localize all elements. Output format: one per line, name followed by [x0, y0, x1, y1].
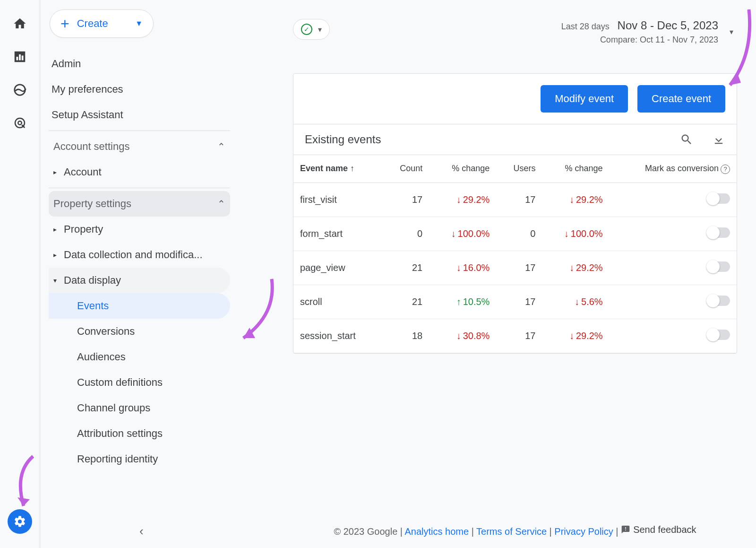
- caret-down-icon: ▾: [318, 25, 322, 34]
- feedback-label: Send feedback: [633, 524, 696, 535]
- conversion-toggle[interactable]: [707, 330, 730, 340]
- col-pct-change-2[interactable]: % change: [542, 155, 609, 183]
- footer-link-analytics[interactable]: Analytics home: [405, 526, 469, 536]
- cell-toggle: [610, 183, 737, 217]
- svg-rect-1: [19, 54, 21, 61]
- subitem-attribution-settings[interactable]: Attribution settings: [49, 421, 230, 446]
- divider: [49, 130, 230, 131]
- explore-icon[interactable]: [13, 83, 27, 97]
- date-primary: Nov 8 - Dec 5, 2023: [618, 19, 718, 32]
- cell-users: 17: [496, 251, 542, 285]
- property-settings-header[interactable]: Property settings ⌃: [49, 191, 230, 217]
- left-rail: [0, 0, 40, 548]
- property-item[interactable]: ▸ Property: [49, 217, 230, 242]
- date-compare: Compare: Oct 11 - Nov 7, 2023: [600, 35, 718, 45]
- cell-count: 17: [383, 183, 429, 217]
- cell-pct2: ↓ 5.6%: [542, 285, 609, 319]
- subitem-conversions[interactable]: Conversions: [49, 319, 230, 344]
- item-label: Account: [64, 166, 102, 178]
- cell-toggle: [610, 251, 737, 285]
- svg-point-4: [18, 121, 22, 125]
- arrow-down-icon: ↓: [569, 194, 574, 205]
- home-icon[interactable]: [13, 17, 27, 31]
- cell-pct2: ↓ 100.0%: [542, 217, 609, 251]
- account-settings-header[interactable]: Account settings ⌃: [49, 134, 230, 159]
- col-event-name[interactable]: Event name ↑: [293, 155, 383, 183]
- date-range-picker[interactable]: Last 28 days Nov 8 - Dec 5, 2023 Compare…: [561, 19, 737, 45]
- cell-pct1: ↓ 100.0%: [429, 217, 496, 251]
- arrow-down-icon: ↓: [575, 296, 579, 307]
- cell-event-name[interactable]: first_visit: [293, 183, 383, 217]
- caret-right-icon: ▸: [52, 251, 58, 259]
- subitem-reporting-identity[interactable]: Reporting identity: [49, 446, 230, 472]
- send-feedback-button[interactable]: Send feedback: [621, 524, 696, 535]
- cell-users: 17: [496, 285, 542, 319]
- nav-item-setup-assistant[interactable]: Setup Assistant: [49, 102, 230, 128]
- cell-pct1: ↑ 10.5%: [429, 285, 496, 319]
- cell-toggle: [610, 285, 737, 319]
- svg-rect-0: [17, 57, 18, 61]
- collapse-panel-button[interactable]: ‹: [139, 524, 144, 539]
- date-preset: Last 28 days: [561, 22, 610, 31]
- divider: [49, 188, 230, 188]
- create-button[interactable]: + Create ▼: [50, 9, 154, 38]
- subitem-audiences[interactable]: Audiences: [49, 344, 230, 370]
- arrow-down-icon: ↓: [569, 331, 574, 341]
- cell-event-name[interactable]: page_view: [293, 251, 383, 285]
- col-count[interactable]: Count: [383, 155, 429, 183]
- main-content: ✓ ▾ Last 28 days Nov 8 - Dec 5, 2023 Com…: [284, 0, 747, 548]
- table-row: first_visit17↓ 29.2%17↓ 29.2%: [293, 183, 737, 217]
- conversion-toggle[interactable]: [707, 261, 730, 272]
- admin-gear-button[interactable]: [8, 509, 32, 534]
- account-item[interactable]: ▸ Account: [49, 159, 230, 185]
- subitem-events[interactable]: Events: [49, 293, 230, 319]
- cell-users: 17: [496, 319, 542, 353]
- cell-pct2: ↓ 29.2%: [542, 183, 609, 217]
- section-label: Property settings: [53, 198, 131, 210]
- table-row: form_start0↓ 100.0%0↓ 100.0%: [293, 217, 737, 251]
- cell-count: 21: [383, 251, 429, 285]
- cell-toggle: [610, 319, 737, 353]
- nav-item-my-preferences[interactable]: My preferences: [49, 77, 230, 102]
- item-label: Data collection and modifica...: [64, 249, 203, 261]
- arrow-down-icon: ↓: [456, 194, 461, 205]
- cell-count: 21: [383, 285, 429, 319]
- chevron-up-icon: ⌃: [217, 141, 225, 152]
- arrow-down-icon: ↓: [564, 228, 569, 239]
- section-label: Account settings: [53, 140, 129, 153]
- data-display-item[interactable]: ▾ Data display: [49, 268, 230, 293]
- plus-icon: +: [60, 16, 69, 31]
- cell-event-name[interactable]: session_start: [293, 319, 383, 353]
- subitem-channel-groups[interactable]: Channel groups: [49, 395, 230, 421]
- data-collection-item[interactable]: ▸ Data collection and modifica...: [49, 242, 230, 268]
- footer: © 2023 Google | Analytics home | Terms o…: [284, 524, 747, 537]
- search-icon[interactable]: [680, 133, 693, 146]
- caret-right-icon: ▸: [52, 168, 58, 176]
- conversion-toggle[interactable]: [707, 227, 730, 238]
- create-label: Create: [77, 17, 108, 30]
- cell-pct1: ↓ 16.0%: [429, 251, 496, 285]
- footer-link-tos[interactable]: Terms of Service: [476, 526, 547, 536]
- check-circle-icon: ✓: [301, 24, 312, 35]
- download-icon[interactable]: [712, 133, 725, 146]
- nav-item-admin[interactable]: Admin: [49, 51, 230, 77]
- subitem-custom-definitions[interactable]: Custom definitions: [49, 370, 230, 395]
- reports-icon[interactable]: [13, 50, 27, 64]
- col-pct-change-1[interactable]: % change: [429, 155, 496, 183]
- item-label: Data display: [64, 274, 121, 287]
- create-event-button[interactable]: Create event: [637, 85, 725, 113]
- cell-event-name[interactable]: form_start: [293, 217, 383, 251]
- modify-event-button[interactable]: Modify event: [541, 85, 628, 113]
- advertising-icon[interactable]: [13, 116, 27, 130]
- cell-event-name[interactable]: scroll: [293, 285, 383, 319]
- footer-link-privacy[interactable]: Privacy Policy: [554, 526, 613, 536]
- status-chip[interactable]: ✓ ▾: [293, 19, 330, 40]
- conversion-toggle[interactable]: [707, 296, 730, 306]
- cell-users: 17: [496, 183, 542, 217]
- table-row: session_start18↓ 30.8%17↓ 29.2%: [293, 319, 737, 353]
- help-icon[interactable]: ?: [721, 165, 730, 174]
- conversion-toggle[interactable]: [707, 193, 730, 204]
- cell-toggle: [610, 217, 737, 251]
- col-users[interactable]: Users: [496, 155, 542, 183]
- caret-down-icon: ▾: [726, 24, 737, 40]
